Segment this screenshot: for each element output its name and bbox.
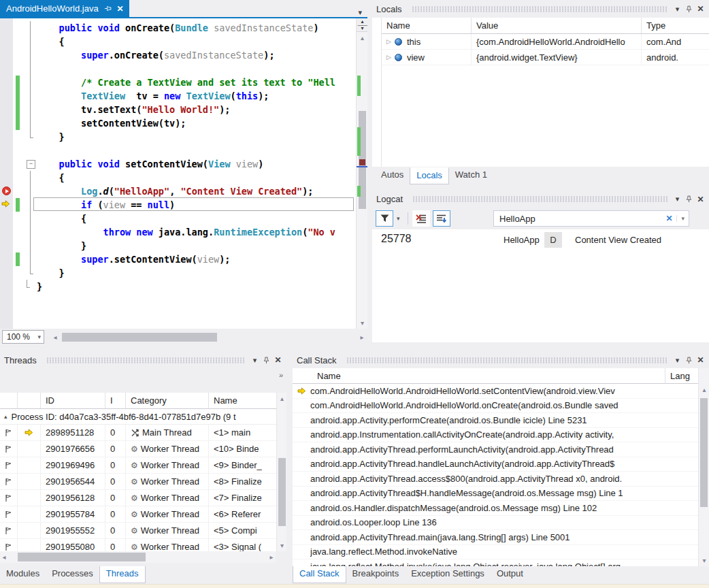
stack-frame-row[interactable]: android.app.ActivityThread.handleLaunchA… — [293, 457, 709, 472]
flag-cell[interactable] — [0, 474, 18, 489]
scroll-to-end-icon[interactable] — [433, 210, 450, 227]
logcat-list[interactable]: 25778HelloAppDContent View Created — [372, 229, 709, 342]
filter-icon[interactable] — [376, 210, 393, 227]
code-line[interactable]: /* Create a TextView and set its text to… — [0, 76, 356, 89]
call-stack-vertical-scrollbar[interactable]: ▴ ▾ — [698, 368, 709, 566]
flag-cell[interactable] — [0, 490, 18, 506]
tab-autos[interactable]: Autos — [375, 167, 410, 183]
flag-icon[interactable] — [5, 478, 12, 486]
column-header-name[interactable]: Name — [209, 393, 286, 408]
threads-vertical-scrollbar[interactable]: ▴ ▾ — [276, 393, 286, 551]
window-position-caret-icon[interactable]: ▾ — [672, 355, 683, 366]
code-line[interactable]: { — [0, 212, 356, 225]
column-header-name[interactable]: Name — [382, 18, 472, 33]
thread-row[interactable]: 29019550800⚙ Worker Thread<3> Signal ( — [0, 539, 286, 551]
variable-name-cell[interactable]: ▷this — [382, 34, 472, 49]
column-header-managed-id[interactable]: I — [105, 393, 126, 408]
tab-breakpoints[interactable]: Breakpoints — [346, 566, 406, 583]
flag-cell[interactable] — [0, 457, 18, 473]
scroll-right-icon[interactable]: ▸ — [358, 331, 366, 343]
locals-header[interactable]: Name Value Type — [382, 18, 709, 34]
variable-name-cell[interactable]: ▷view — [382, 50, 472, 65]
code-line[interactable]: } — [0, 280, 356, 293]
thread-row[interactable]: 29019766560⚙ Worker Thread<10> Binde — [0, 441, 286, 457]
code-line[interactable]: public void onCreate(Bundle savedInstanc… — [0, 21, 356, 35]
call-stack-title-bar[interactable]: Call Stack ▾ ✕ — [293, 352, 709, 368]
expander-icon[interactable]: ▷ — [386, 54, 391, 61]
window-position-caret-icon[interactable]: ▾ — [672, 193, 683, 205]
tab-output[interactable]: Output — [491, 566, 529, 583]
stack-frame-row[interactable]: android.app.ActivityThread.access$800(an… — [293, 472, 709, 487]
tab-processes[interactable]: Processes — [46, 566, 99, 583]
stack-frame-row[interactable]: android.app.ActivityThread.main(java.lan… — [293, 530, 709, 545]
collapse-icon[interactable]: ▴ — [4, 413, 7, 420]
pin-icon[interactable] — [683, 355, 695, 366]
call-stack-header[interactable]: Name Lang — [293, 368, 709, 384]
scroll-right-icon[interactable]: ▸ — [267, 551, 276, 563]
tab-modules[interactable]: Modules — [0, 566, 46, 583]
tab-call-stack[interactable]: Call Stack — [293, 566, 346, 583]
code-line[interactable]: super.setContentView(view); — [0, 252, 356, 266]
column-header-active[interactable] — [18, 393, 41, 408]
expander-icon[interactable]: ▷ — [386, 38, 391, 45]
code-line[interactable]: if (view == null) — [0, 198, 356, 212]
column-header-flag[interactable] — [0, 393, 18, 408]
flag-icon[interactable] — [5, 429, 12, 437]
window-position-caret-icon[interactable]: ▾ — [672, 3, 683, 15]
stack-frame-row[interactable]: java.lang.reflect.Method.invokeNative — [293, 545, 709, 560]
code-line[interactable]: { — [0, 171, 356, 184]
search-options-caret-icon[interactable]: ▾ — [676, 215, 689, 222]
code-line[interactable]: public void setContentView(View view) — [0, 157, 356, 171]
column-header-id[interactable]: ID — [41, 393, 105, 408]
code-line[interactable]: TextView tv = new TextView(this); — [0, 89, 356, 103]
toolbar-overflow-icon[interactable]: » — [279, 371, 282, 379]
scroll-up-icon[interactable]: ▴ — [357, 34, 367, 42]
document-list-caret-icon[interactable]: ▾ — [352, 8, 367, 17]
tab-exception-settings[interactable]: Exception Settings — [405, 566, 491, 583]
thread-row[interactable]: 29019565440⚙ Worker Thread<8> Finalize — [0, 474, 286, 490]
stack-frame-row[interactable]: java.lang.reflect.Method.invoke(java.lan… — [293, 559, 709, 566]
scroll-down-icon[interactable]: ▾ — [699, 557, 709, 564]
stack-frame-row[interactable]: android.app.Activity.performCreate(andro… — [293, 413, 709, 428]
pin-icon[interactable] — [683, 3, 695, 15]
code-line[interactable]: } — [0, 239, 356, 252]
pin-icon[interactable] — [104, 5, 112, 12]
scrollbar-thumb[interactable] — [62, 333, 217, 342]
close-icon[interactable]: ✕ — [117, 4, 124, 14]
code-line[interactable] — [0, 62, 356, 76]
document-tab[interactable]: AndroidHelloWorld.java ✕ — [0, 0, 129, 17]
clear-search-icon[interactable]: ✕ — [661, 214, 676, 223]
fold-margin[interactable] — [26, 157, 35, 171]
stack-frame-row[interactable]: com.AndroidHelloWorld.AndroidHelloWorld.… — [293, 384, 709, 399]
locals-row[interactable]: ▷view{android.widget.TextView}android. — [382, 50, 709, 65]
stack-frame-row[interactable]: android.app.ActivityThread$H.handleMessa… — [293, 487, 709, 502]
stack-frame-row[interactable]: android.os.Handler.dispatchMessage(andro… — [293, 501, 709, 516]
logcat-title-bar[interactable]: Logcat ▾ ✕ — [372, 191, 709, 207]
flag-cell[interactable] — [0, 425, 18, 440]
splitter-handle-icon[interactable]: ▴——▾ — [357, 18, 367, 32]
variable-value-cell[interactable]: {android.widget.TextView} — [472, 50, 642, 65]
stack-frame-row[interactable]: android.app.Instrumentation.callActivity… — [293, 428, 709, 443]
close-icon[interactable]: ✕ — [695, 3, 706, 15]
thread-row[interactable]: 28989511280 Main Thread<1> main — [0, 425, 286, 441]
code-line[interactable]: setContentView(tv); — [0, 116, 356, 130]
pin-icon[interactable] — [683, 193, 695, 205]
code-line[interactable]: super.onCreate(savedInstanceState); — [0, 48, 356, 62]
column-header-type[interactable]: Type — [642, 18, 709, 33]
stack-frame-row[interactable]: com.AndroidHelloWorld.AndroidHelloWorld.… — [293, 399, 709, 414]
scroll-left-icon[interactable]: ◂ — [0, 551, 8, 563]
threads-header[interactable]: ID I Category Name — [0, 393, 286, 409]
scroll-left-icon[interactable]: ◂ — [51, 331, 59, 343]
flag-cell[interactable] — [0, 506, 18, 522]
thread-row[interactable]: 29019694960⚙ Worker Thread<9> Binder_ — [0, 457, 286, 474]
tab-threads[interactable]: Threads — [99, 566, 146, 583]
variable-type-cell[interactable]: android. — [642, 50, 709, 65]
variable-type-cell[interactable]: com.And — [642, 34, 709, 49]
column-header-value[interactable]: Value — [472, 18, 642, 33]
flag-cell[interactable] — [0, 539, 18, 551]
scroll-down-icon[interactable]: ▾ — [277, 542, 286, 549]
close-icon[interactable]: ✕ — [695, 355, 706, 366]
flag-cell[interactable] — [0, 523, 18, 538]
tab-locals[interactable]: Locals — [410, 167, 449, 184]
thread-row[interactable]: 29019555520⚙ Worker Thread<5> Compi — [0, 523, 286, 539]
